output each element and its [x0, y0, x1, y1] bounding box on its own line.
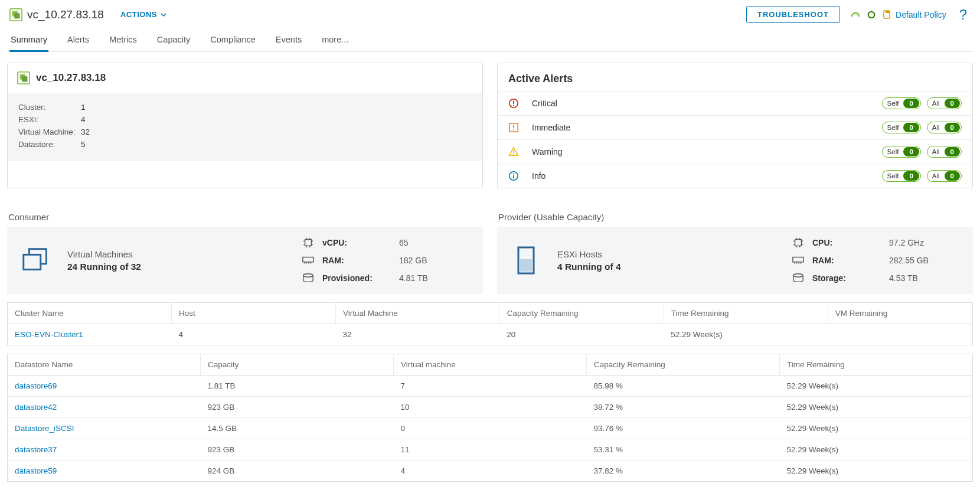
alert-label: Critical	[532, 99, 882, 108]
datastore-name-link[interactable]: Datastore_iSCSI	[8, 418, 201, 439]
cluster-label: Cluster:	[18, 103, 77, 112]
tab-events[interactable]: Events	[275, 29, 303, 51]
provider-heading: ESXi Hosts	[557, 249, 621, 259]
col-time-rem[interactable]: Time Remaining	[664, 303, 828, 324]
svg-rect-15	[513, 154, 514, 155]
critical-icon	[508, 98, 519, 109]
col-cap-rem[interactable]: Capacity Remaining	[587, 354, 780, 376]
storage-icon	[792, 273, 804, 283]
vm-label: Virtual Machine:	[18, 128, 77, 136]
provider-sub: 4 Running of 4	[557, 262, 621, 272]
datastore-name-link[interactable]: datastore42	[8, 397, 201, 418]
ram-value: 182 GB	[399, 256, 470, 265]
ram-value: 282.55 GB	[889, 256, 960, 265]
cell: 7	[394, 376, 587, 397]
alert-pill-self[interactable]: Self0	[882, 122, 921, 133]
troubleshoot-button[interactable]: TROUBLESHOOT	[746, 6, 840, 23]
svg-rect-18	[513, 174, 514, 175]
cluster-name-link[interactable]: ESO-EVN-Cluster1	[8, 324, 172, 345]
cell: 32	[335, 324, 499, 345]
cell: 52.29 Week(s)	[664, 324, 828, 345]
table-row[interactable]: datastore59 924 GB 4 37.82 % 52.29 Week(…	[8, 461, 973, 482]
esxi-value: 4	[81, 115, 86, 124]
col-ds-name[interactable]: Datastore Name	[8, 354, 201, 376]
cell: 4	[171, 324, 335, 345]
alert-pill-self[interactable]: Self0	[882, 170, 921, 182]
alert-pill-all[interactable]: All0	[927, 122, 962, 133]
col-vm[interactable]: Virtual machine	[394, 354, 587, 376]
datastore-name-link[interactable]: datastore37	[8, 439, 201, 461]
col-time-rem[interactable]: Time Remaining	[780, 354, 973, 376]
provider-section-title: Provider (Usable Capacity)	[498, 212, 972, 222]
tab-more[interactable]: more...	[321, 29, 349, 51]
vm-stack-icon	[20, 245, 53, 276]
alert-pill-all[interactable]: All0	[927, 170, 962, 182]
alert-pill-all[interactable]: All0	[927, 146, 962, 158]
alert-label: Info	[532, 171, 882, 181]
cell: 11	[394, 439, 587, 461]
actions-label: ACTIONS	[120, 10, 157, 19]
cell: 38.72 %	[587, 397, 780, 418]
cell: 52.29 Week(s)	[780, 439, 973, 461]
datastore-name-link[interactable]: datastore59	[8, 461, 201, 482]
alert-row-info: Info Self0 All0	[498, 164, 972, 188]
col-host[interactable]: Host	[171, 303, 335, 324]
svg-rect-37	[520, 259, 532, 272]
col-cap-rem[interactable]: Capacity Remaining	[499, 303, 664, 324]
datastore-table: Datastore Name Capacity Virtual machine …	[7, 354, 973, 482]
prov-value: 4.81 TB	[399, 273, 470, 283]
table-row[interactable]: Datastore_iSCSI 14.5 GB 0 93.76 % 52.29 …	[8, 418, 973, 439]
tab-bar: Summary Alerts Metrics Capacity Complian…	[7, 29, 973, 52]
consumer-panel: Virtual Machines 24 Running of 32 vCPU: …	[7, 227, 483, 294]
cell: 1.81 TB	[201, 376, 394, 397]
table-header-row: Datastore Name Capacity Virtual machine …	[8, 354, 973, 376]
summary-stats: Cluster:1 ESXi:4 Virtual Machine:32 Data…	[8, 93, 482, 161]
alert-pill-self[interactable]: Self0	[882, 146, 921, 158]
default-policy-link[interactable]: Default Policy	[883, 9, 946, 20]
svg-rect-30	[303, 257, 313, 262]
cell: 0	[394, 418, 587, 439]
tab-compliance[interactable]: Compliance	[209, 29, 257, 51]
active-alerts-card: Active Alerts Critical Self0 All0 Immedi…	[497, 63, 973, 188]
alert-pill-all[interactable]: All0	[927, 97, 962, 109]
tab-capacity[interactable]: Capacity	[156, 29, 191, 51]
esxi-label: ESXi:	[18, 115, 77, 124]
actions-dropdown[interactable]: ACTIONS	[120, 10, 166, 19]
page-header: vc_10.27.83.18 ACTIONS TROUBLESHOOT Defa…	[7, 0, 973, 24]
ram-icon	[302, 255, 314, 266]
cpu-label: CPU:	[812, 238, 883, 247]
table-row[interactable]: datastore69 1.81 TB 7 85.98 % 52.29 Week…	[8, 376, 973, 397]
page-title: vc_10.27.83.18	[27, 8, 104, 21]
help-button[interactable]: ?	[956, 6, 971, 23]
col-cluster-name[interactable]: Cluster Name	[8, 303, 172, 324]
alert-pill-self[interactable]: Self0	[882, 97, 921, 109]
tab-alerts[interactable]: Alerts	[66, 29, 90, 51]
svg-point-35	[303, 274, 313, 277]
summary-card-header: vc_10.27.83.18	[8, 63, 482, 93]
health-arc-green-icon[interactable]	[851, 12, 860, 18]
health-circle-green-icon[interactable]	[867, 11, 876, 19]
tab-summary[interactable]: Summary	[9, 29, 48, 51]
table-row[interactable]: datastore42 923 GB 10 38.72 % 52.29 Week…	[8, 397, 973, 418]
storage-icon	[302, 273, 314, 283]
svg-rect-21	[305, 240, 312, 246]
col-capacity[interactable]: Capacity	[201, 354, 394, 376]
ram-label: RAM:	[812, 256, 883, 265]
table-row[interactable]: ESO-EVN-Cluster1 4 32 20 52.29 Week(s)	[8, 324, 973, 345]
ram-icon	[792, 255, 804, 266]
svg-point-52	[793, 274, 803, 277]
tab-metrics[interactable]: Metrics	[108, 29, 138, 51]
vcenter-icon	[9, 8, 22, 21]
col-vm-rem[interactable]: VM Remaining	[828, 303, 972, 324]
summary-card-title: vc_10.27.83.18	[36, 72, 106, 84]
prov-label: Provisioned:	[322, 273, 393, 283]
table-row[interactable]: datastore37 923 GB 11 53.31 % 52.29 Week…	[8, 439, 973, 461]
datastore-name-link[interactable]: datastore69	[8, 376, 201, 397]
cluster-value: 1	[81, 103, 86, 112]
datastore-value: 5	[81, 140, 86, 149]
cell: 93.76 %	[587, 418, 780, 439]
col-vm[interactable]: Virtual Machine	[335, 303, 499, 324]
consumer-section-title: Consumer	[8, 212, 482, 222]
svg-rect-2	[14, 13, 19, 18]
cell: 52.29 Week(s)	[780, 461, 973, 482]
